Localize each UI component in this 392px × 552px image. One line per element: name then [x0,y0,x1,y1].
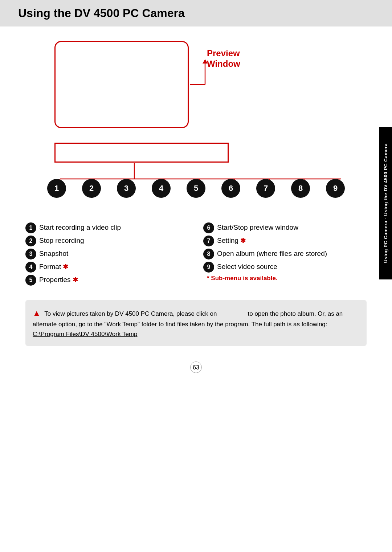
legend-text-4: Format ✱ [39,263,68,271]
legend-text-8: Open album (where files are stored) [217,250,327,258]
circle-9: 9 [326,179,345,198]
preview-line2: Window [207,59,240,69]
legend-text-7: Setting ✱ [217,237,246,245]
page-number: 63 [190,361,202,373]
circle-7: 7 [256,179,275,198]
star-4: ✱ [63,263,68,270]
diagram-area: Preview Window 1 2 3 4 5 6 7 8 9 [40,37,352,212]
legend-item-3: 3 Snapshot [25,249,189,259]
legend-item-6: 6 Start/Stop preview window [203,222,367,233]
side-tab-text: Using PC Camera - Using the DV 4500 PC C… [383,143,388,263]
notice-text1: To view pictures taken by DV 4500 PC Cam… [44,310,217,317]
legend-item-7: 7 Setting ✱ [203,236,367,246]
legend-item-1: 1 Start recording a video clip [25,222,189,233]
legend-num-6: 6 [203,222,214,233]
legend-item-9: 9 Select video source [203,262,367,273]
circles-row: 1 2 3 4 5 6 7 8 9 [47,179,345,198]
legend-num-8: 8 [203,249,214,259]
submenu-note-text: * Sub-menu is available. [207,275,278,282]
page-number-area: 63 [0,357,392,373]
notice-path[interactable]: C:\Program Files\DV 4500\Work Temp [33,331,137,338]
page-title: Using the DV 4500 PC Camera [18,7,374,20]
page: Using PC Camera - Using the DV 4500 PC C… [0,0,392,552]
star-5: ✱ [73,276,78,283]
star-7: ✱ [240,237,246,244]
legend-text-2: Stop recording [39,237,84,245]
legend-num-2: 2 [25,236,36,246]
legend-num-3: 3 [25,249,36,259]
legend: 1 Start recording a video clip 6 Start/S… [25,219,367,293]
legend-submenu-note: * Sub-menu is available. [203,275,367,286]
legend-text-1: Start recording a video clip [39,224,121,232]
legend-item-8: 8 Open album (where files are stored) [203,249,367,259]
legend-num-7: 7 [203,236,214,246]
legend-text-6: Start/Stop preview window [217,224,298,232]
legend-num-1: 1 [25,222,36,233]
notice-box: ▲ To view pictures taken by DV 4500 PC C… [25,300,367,346]
preview-line1: Preview [207,48,240,59]
circle-2: 2 [82,179,101,198]
preview-window-box [54,41,189,128]
legend-text-3: Snapshot [39,250,68,258]
circle-5: 5 [187,179,205,198]
side-tab: Using PC Camera - Using the DV 4500 PC C… [379,127,392,279]
legend-item-4: 4 Format ✱ [25,262,189,273]
legend-num-5: 5 [25,275,36,286]
circle-8: 8 [291,179,310,198]
toolbar-box [54,143,229,163]
legend-num-4: 4 [25,262,36,273]
legend-item-2: 2 Stop recording [25,236,189,246]
circle-4: 4 [152,179,171,198]
circle-1: 1 [47,179,66,198]
page-header: Using the DV 4500 PC Camera [0,0,392,26]
legend-text-9: Select video source [217,263,277,271]
legend-num-9: 9 [203,262,214,273]
legend-text-5: Properties ✱ [39,276,78,284]
main-content: Preview Window 1 2 3 4 5 6 7 8 9 1 [0,37,392,346]
preview-window-label: Preview Window [207,48,240,69]
circle-6: 6 [221,179,240,198]
legend-item-5: 5 Properties ✱ [25,275,189,286]
circle-3: 3 [117,179,136,198]
warning-icon: ▲ [33,308,41,318]
